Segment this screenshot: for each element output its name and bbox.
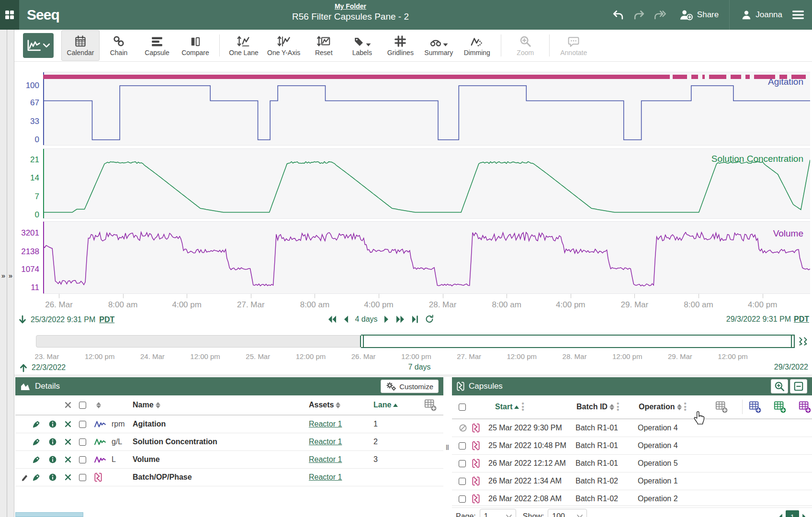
- column-menu-icon[interactable]: •••: [684, 402, 687, 412]
- add-column-icon[interactable]: [424, 399, 443, 411]
- column-header-assets[interactable]: Assets: [309, 401, 334, 409]
- remove-item-icon[interactable]: [64, 420, 79, 428]
- capsule-row[interactable]: 25 Mar 2022 10:48 PMBatch R1-01Operation…: [452, 437, 812, 455]
- collapse-panel-button[interactable]: [790, 379, 807, 393]
- app-switcher-button[interactable]: [0, 0, 19, 30]
- remove-all-icon[interactable]: [64, 401, 79, 409]
- select-all-checkbox[interactable]: [79, 402, 86, 409]
- row-checkbox[interactable]: [79, 421, 86, 428]
- name-cell[interactable]: Agitation: [133, 420, 309, 428]
- row-checkbox[interactable]: [79, 438, 86, 446]
- toolbar-button-zoom[interactable]: Zoom: [506, 30, 544, 61]
- step-to-end-button[interactable]: [412, 315, 419, 324]
- capsule-time-icon[interactable]: [798, 337, 809, 346]
- details-row-solution-concentration[interactable]: g/LSolution ConcentrationReactor 12: [15, 433, 443, 451]
- edit-item-button[interactable]: [15, 473, 32, 482]
- step-forward-half-button[interactable]: [384, 315, 390, 324]
- column-header-start[interactable]: Start: [495, 403, 512, 411]
- capsule-row[interactable]: 26 Mar 2022 1:34 AMBatch R1-02Operation …: [452, 472, 812, 490]
- column-header-name[interactable]: Name: [133, 401, 154, 409]
- asset-link[interactable]: Reactor 1: [309, 420, 342, 428]
- toolbar-button-compare[interactable]: Compare: [176, 30, 214, 61]
- sort-icon[interactable]: [609, 404, 614, 410]
- column-menu-icon[interactable]: •••: [617, 402, 619, 412]
- send-to-trend-icon[interactable]: [32, 420, 48, 429]
- column-menu-icon[interactable]: •••: [521, 402, 524, 412]
- pager-next-icon[interactable]: [802, 513, 806, 517]
- capsule-bar[interactable]: [43, 75, 670, 79]
- forward-history-button[interactable]: [652, 8, 668, 22]
- name-cell[interactable]: Solution Concentration: [133, 438, 309, 446]
- toolbar-button-dimming[interactable]: Dimming: [458, 30, 496, 61]
- step-back-half-button[interactable]: [343, 315, 349, 324]
- pager-current-page[interactable]: 1: [786, 510, 799, 517]
- investigate-start-date[interactable]: 22/3/2022: [32, 363, 66, 372]
- auto-update-button[interactable]: [425, 315, 434, 324]
- lane-agitation[interactable]: Agitation: [43, 72, 810, 146]
- toolbar-button-gridlines[interactable]: Gridlines: [381, 30, 419, 61]
- item-info-icon[interactable]: [48, 455, 64, 464]
- item-info-icon[interactable]: [48, 473, 64, 482]
- timebar-left-handle[interactable]: [360, 336, 364, 347]
- column-header-operation[interactable]: Operation: [639, 403, 675, 411]
- sort-icon[interactable]: [96, 402, 101, 408]
- investigate-duration[interactable]: 7 days: [408, 363, 430, 371]
- asset-link[interactable]: Reactor 1: [309, 473, 342, 482]
- add-signal-column-icon[interactable]: [743, 401, 767, 413]
- toolbar-button-labels[interactable]: Labels: [343, 30, 381, 61]
- name-cell[interactable]: Volume: [133, 455, 309, 464]
- range-duration[interactable]: 4 days: [355, 315, 377, 324]
- row-checkbox[interactable]: [459, 478, 466, 485]
- toolbar-button-annotate[interactable]: Annotate: [554, 30, 593, 61]
- toolbar-button-capsule[interactable]: Capsule: [138, 30, 176, 61]
- send-to-trend-icon[interactable]: [32, 455, 48, 464]
- sort-icon[interactable]: [336, 402, 340, 408]
- timebar-selected-window[interactable]: [361, 335, 795, 348]
- toolbar-button-one-lane[interactable]: One Lane: [225, 30, 263, 61]
- range-end-value[interactable]: 29/3/2022 9:31 PM: [726, 315, 791, 324]
- collapsed-data-panel-expander[interactable]: »: [0, 30, 7, 517]
- user-menu[interactable]: Joanna: [741, 10, 782, 20]
- remove-item-icon[interactable]: [64, 456, 79, 463]
- chart-type-button[interactable]: [23, 33, 54, 58]
- share-button[interactable]: Share: [679, 9, 719, 21]
- remove-item-icon[interactable]: [64, 438, 79, 446]
- column-header-lane[interactable]: Lane: [371, 401, 391, 409]
- customize-button[interactable]: Customize: [381, 380, 439, 393]
- zoom-to-capsule-button[interactable]: [771, 379, 788, 393]
- add-column-icon[interactable]: [715, 401, 742, 413]
- toolbar-button-reset[interactable]: Reset: [304, 30, 343, 61]
- sort-icon[interactable]: [677, 404, 682, 410]
- step-back-full-button[interactable]: [327, 315, 337, 324]
- toolbar-button-chain[interactable]: Chain: [100, 30, 138, 61]
- investigate-end-date[interactable]: 29/3/2022: [774, 363, 808, 371]
- select-all-capsules-checkbox[interactable]: [459, 404, 466, 411]
- timezone-link[interactable]: PDT: [794, 315, 809, 324]
- toolbar-button-summary[interactable]: Summary: [419, 30, 458, 61]
- hamburger-menu-button[interactable]: [792, 10, 804, 20]
- row-checkbox[interactable]: [79, 474, 86, 481]
- column-header-batch-id[interactable]: Batch ID: [576, 403, 608, 411]
- sort-ascending-icon[interactable]: [393, 404, 398, 407]
- send-to-trend-icon[interactable]: [32, 473, 48, 482]
- lane-solution-concentration[interactable]: Solution Concentration: [43, 148, 810, 219]
- sort-icon[interactable]: [156, 402, 160, 408]
- row-checkbox[interactable]: [459, 495, 466, 503]
- details-row-volume[interactable]: LVolumeReactor 13: [15, 451, 443, 469]
- panel-resize-handle[interactable]: ‖: [443, 377, 452, 517]
- lane-volume[interactable]: Volume: [43, 221, 810, 294]
- add-condition-column-icon[interactable]: [767, 401, 792, 413]
- capsule-row[interactable]: 26 Mar 2022 12:12 AMBatch R1-01Operation…: [452, 455, 812, 472]
- step-forward-full-button[interactable]: [396, 315, 406, 324]
- add-property-column-icon[interactable]: [792, 401, 812, 413]
- capsule-row[interactable]: 25 Mar 2022 9:30 PMBatch R1-01Operation …: [452, 419, 812, 437]
- asset-link[interactable]: Reactor 1: [309, 438, 342, 446]
- toolbar-button-calendar[interactable]: Calendar: [61, 30, 100, 61]
- send-to-trend-icon[interactable]: [32, 438, 48, 447]
- show-select[interactable]: 100: [548, 509, 587, 517]
- row-checkbox[interactable]: [459, 460, 466, 467]
- toolbar-button-one-y-axis[interactable]: One Y-Axis: [263, 30, 304, 61]
- asset-link[interactable]: Reactor 1: [309, 455, 342, 464]
- details-row-agitation[interactable]: rpmAgitationReactor 11: [15, 416, 443, 433]
- row-checkbox[interactable]: [79, 456, 86, 463]
